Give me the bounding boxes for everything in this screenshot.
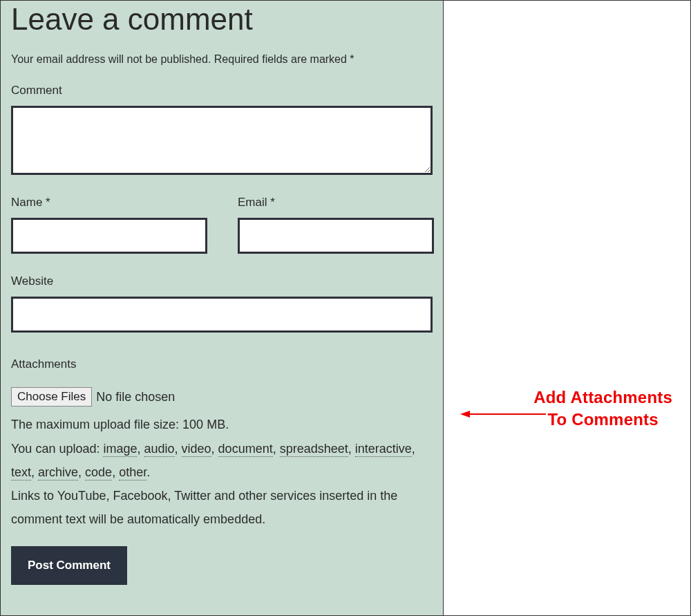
attachments-section: Attachments Choose Files No file chosen … [11,353,433,531]
annotation-panel: Add Attachments To Comments [444,1,690,615]
type-image: image [103,442,137,457]
attachments-label: Attachments [11,353,433,375]
comment-form-panel: Leave a comment Your email address will … [1,1,444,615]
type-document: document [218,442,273,457]
upload-prefix: You can upload: [11,442,103,456]
type-video: video [182,442,211,457]
email-input[interactable] [238,218,434,254]
comment-textarea[interactable] [11,106,433,175]
website-input[interactable] [11,297,433,333]
annotation-text: Add Attachments To Comments [533,386,672,431]
type-text: text [11,465,31,480]
svg-marker-1 [460,411,470,418]
type-spreadsheet: spreadsheet [280,442,348,457]
page-title: Leave a comment [11,2,433,37]
post-comment-button[interactable]: Post Comment [11,546,127,585]
type-archive: archive [38,465,78,480]
embed-links-text: Links to YouTube, Facebook, Twitter and … [11,484,433,531]
type-interactive: interactive [355,442,412,457]
max-size-text: The maximum upload file size: 100 MB. [11,413,433,436]
upload-types-text: You can upload: image, audio, video, doc… [11,437,433,484]
type-code: code [85,465,112,480]
file-status: No file chosen [96,385,175,409]
choose-files-button[interactable]: Choose Files [11,387,92,407]
type-audio: audio [144,442,175,457]
email-label: Email * [238,196,434,209]
type-other: other [119,465,146,480]
name-input[interactable] [11,218,207,254]
name-label: Name * [11,196,207,209]
required-notice: Your email address will not be published… [11,53,433,66]
comment-label: Comment [11,84,433,97]
annotation-line1: Add Attachments [533,388,672,407]
annotation-line2: To Comments [547,410,658,429]
website-label: Website [11,274,433,288]
